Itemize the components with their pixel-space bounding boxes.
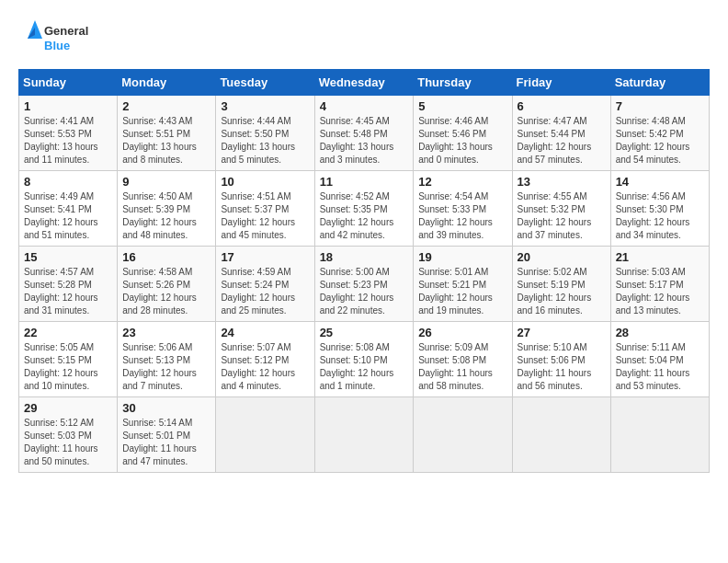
day-header-sunday: Sunday xyxy=(19,70,118,96)
calendar-cell: 30Sunrise: 5:14 AM Sunset: 5:01 PM Dayli… xyxy=(118,397,216,473)
day-details: Sunrise: 4:49 AM Sunset: 5:41 PM Dayligh… xyxy=(24,190,112,242)
day-header-monday: Monday xyxy=(118,70,216,96)
calendar-cell: 6Sunrise: 4:47 AM Sunset: 5:44 PM Daylig… xyxy=(512,96,610,171)
day-number: 17 xyxy=(221,250,309,264)
day-header-thursday: Thursday xyxy=(414,70,512,96)
day-details: Sunrise: 4:51 AM Sunset: 5:37 PM Dayligh… xyxy=(221,190,309,242)
day-details: Sunrise: 4:44 AM Sunset: 5:50 PM Dayligh… xyxy=(221,115,309,167)
day-number: 2 xyxy=(122,99,210,113)
day-details: Sunrise: 4:48 AM Sunset: 5:42 PM Dayligh… xyxy=(616,115,704,167)
page-header: General Blue xyxy=(18,18,710,60)
day-header-friday: Friday xyxy=(512,70,610,96)
day-details: Sunrise: 5:12 AM Sunset: 5:03 PM Dayligh… xyxy=(24,417,112,468)
calendar-cell: 28Sunrise: 5:11 AM Sunset: 5:04 PM Dayli… xyxy=(610,322,709,397)
calendar-cell: 13Sunrise: 4:55 AM Sunset: 5:32 PM Dayli… xyxy=(512,171,610,247)
day-details: Sunrise: 5:02 AM Sunset: 5:19 PM Dayligh… xyxy=(518,266,606,317)
day-details: Sunrise: 5:08 AM Sunset: 5:10 PM Dayligh… xyxy=(320,341,409,393)
day-number: 20 xyxy=(518,250,606,264)
day-details: Sunrise: 5:11 AM Sunset: 5:04 PM Dayligh… xyxy=(616,341,704,393)
day-header-tuesday: Tuesday xyxy=(216,70,314,96)
calendar-cell: 1Sunrise: 4:41 AM Sunset: 5:53 PM Daylig… xyxy=(19,96,118,171)
day-details: Sunrise: 5:07 AM Sunset: 5:12 PM Dayligh… xyxy=(221,341,309,393)
day-details: Sunrise: 4:46 AM Sunset: 5:46 PM Dayligh… xyxy=(418,115,506,167)
day-details: Sunrise: 5:03 AM Sunset: 5:17 PM Dayligh… xyxy=(616,266,704,317)
calendar-week-2: 8Sunrise: 4:49 AM Sunset: 5:41 PM Daylig… xyxy=(19,171,710,247)
calendar-cell: 26Sunrise: 5:09 AM Sunset: 5:08 PM Dayli… xyxy=(414,322,512,397)
day-number: 22 xyxy=(24,326,112,339)
calendar-cell: 9Sunrise: 4:50 AM Sunset: 5:39 PM Daylig… xyxy=(118,171,216,247)
calendar-cell: 3Sunrise: 4:44 AM Sunset: 5:50 PM Daylig… xyxy=(216,96,314,171)
day-number: 13 xyxy=(518,175,606,189)
day-details: Sunrise: 4:41 AM Sunset: 5:53 PM Dayligh… xyxy=(24,115,112,167)
day-number: 6 xyxy=(518,99,606,113)
day-number: 23 xyxy=(122,326,210,339)
day-number: 8 xyxy=(24,175,112,189)
calendar-cell: 18Sunrise: 5:00 AM Sunset: 5:23 PM Dayli… xyxy=(314,247,414,322)
day-number: 30 xyxy=(122,401,210,415)
day-details: Sunrise: 4:54 AM Sunset: 5:33 PM Dayligh… xyxy=(418,190,506,242)
calendar-week-4: 22Sunrise: 5:05 AM Sunset: 5:15 PM Dayli… xyxy=(19,322,710,397)
calendar-cell: 27Sunrise: 5:10 AM Sunset: 5:06 PM Dayli… xyxy=(512,322,610,397)
day-number: 26 xyxy=(418,326,506,339)
svg-text:General: General xyxy=(44,24,88,38)
calendar-cell: 8Sunrise: 4:49 AM Sunset: 5:41 PM Daylig… xyxy=(19,171,118,247)
day-number: 21 xyxy=(616,250,704,264)
day-details: Sunrise: 5:01 AM Sunset: 5:21 PM Dayligh… xyxy=(418,266,506,317)
day-details: Sunrise: 4:55 AM Sunset: 5:32 PM Dayligh… xyxy=(518,190,606,242)
calendar-cell: 7Sunrise: 4:48 AM Sunset: 5:42 PM Daylig… xyxy=(610,96,709,171)
day-number: 1 xyxy=(24,99,112,113)
day-number: 3 xyxy=(221,99,309,113)
calendar-cell: 29Sunrise: 5:12 AM Sunset: 5:03 PM Dayli… xyxy=(19,397,118,473)
day-details: Sunrise: 5:05 AM Sunset: 5:15 PM Dayligh… xyxy=(24,341,112,393)
day-number: 7 xyxy=(616,99,704,113)
calendar-cell: 14Sunrise: 4:56 AM Sunset: 5:30 PM Dayli… xyxy=(610,171,709,247)
calendar-cell xyxy=(216,397,314,473)
day-number: 14 xyxy=(616,175,704,189)
day-number: 28 xyxy=(616,326,704,339)
day-header-saturday: Saturday xyxy=(610,70,709,96)
day-number: 24 xyxy=(221,326,309,339)
day-details: Sunrise: 5:10 AM Sunset: 5:06 PM Dayligh… xyxy=(518,341,606,393)
calendar-cell xyxy=(314,397,414,473)
calendar-cell: 16Sunrise: 4:58 AM Sunset: 5:26 PM Dayli… xyxy=(118,247,216,322)
svg-text:Blue: Blue xyxy=(44,39,70,52)
day-details: Sunrise: 4:59 AM Sunset: 5:24 PM Dayligh… xyxy=(221,266,309,317)
calendar-cell: 25Sunrise: 5:08 AM Sunset: 5:10 PM Dayli… xyxy=(314,322,414,397)
day-details: Sunrise: 4:47 AM Sunset: 5:44 PM Dayligh… xyxy=(518,115,606,167)
day-number: 19 xyxy=(418,250,506,264)
calendar-cell: 2Sunrise: 4:43 AM Sunset: 5:51 PM Daylig… xyxy=(118,96,216,171)
calendar-cell xyxy=(610,397,709,473)
logo-svg: General Blue xyxy=(18,18,101,60)
day-details: Sunrise: 4:50 AM Sunset: 5:39 PM Dayligh… xyxy=(122,190,210,242)
day-number: 27 xyxy=(518,326,606,339)
day-details: Sunrise: 4:52 AM Sunset: 5:35 PM Dayligh… xyxy=(320,190,409,242)
day-details: Sunrise: 5:14 AM Sunset: 5:01 PM Dayligh… xyxy=(122,417,210,468)
logo: General Blue xyxy=(18,18,101,60)
day-details: Sunrise: 5:09 AM Sunset: 5:08 PM Dayligh… xyxy=(418,341,506,393)
day-details: Sunrise: 4:57 AM Sunset: 5:28 PM Dayligh… xyxy=(24,266,112,317)
day-details: Sunrise: 5:06 AM Sunset: 5:13 PM Dayligh… xyxy=(122,341,210,393)
day-number: 18 xyxy=(320,250,409,264)
calendar-week-1: 1Sunrise: 4:41 AM Sunset: 5:53 PM Daylig… xyxy=(19,96,710,171)
day-details: Sunrise: 4:58 AM Sunset: 5:26 PM Dayligh… xyxy=(122,266,210,317)
calendar-table: SundayMondayTuesdayWednesdayThursdayFrid… xyxy=(18,69,710,473)
calendar-cell: 20Sunrise: 5:02 AM Sunset: 5:19 PM Dayli… xyxy=(512,247,610,322)
calendar-cell: 23Sunrise: 5:06 AM Sunset: 5:13 PM Dayli… xyxy=(118,322,216,397)
day-details: Sunrise: 4:45 AM Sunset: 5:48 PM Dayligh… xyxy=(320,115,409,167)
calendar-cell: 5Sunrise: 4:46 AM Sunset: 5:46 PM Daylig… xyxy=(414,96,512,171)
calendar-cell: 21Sunrise: 5:03 AM Sunset: 5:17 PM Dayli… xyxy=(610,247,709,322)
day-details: Sunrise: 5:00 AM Sunset: 5:23 PM Dayligh… xyxy=(320,266,409,317)
day-number: 10 xyxy=(221,175,309,189)
calendar-cell: 4Sunrise: 4:45 AM Sunset: 5:48 PM Daylig… xyxy=(314,96,414,171)
calendar-cell: 19Sunrise: 5:01 AM Sunset: 5:21 PM Dayli… xyxy=(414,247,512,322)
day-details: Sunrise: 4:43 AM Sunset: 5:51 PM Dayligh… xyxy=(122,115,210,167)
day-number: 12 xyxy=(418,175,506,189)
calendar-cell: 24Sunrise: 5:07 AM Sunset: 5:12 PM Dayli… xyxy=(216,322,314,397)
calendar-cell: 22Sunrise: 5:05 AM Sunset: 5:15 PM Dayli… xyxy=(19,322,118,397)
calendar-week-3: 15Sunrise: 4:57 AM Sunset: 5:28 PM Dayli… xyxy=(19,247,710,322)
day-header-wednesday: Wednesday xyxy=(314,70,414,96)
calendar-cell xyxy=(414,397,512,473)
day-number: 9 xyxy=(122,175,210,189)
calendar-cell: 15Sunrise: 4:57 AM Sunset: 5:28 PM Dayli… xyxy=(19,247,118,322)
day-number: 29 xyxy=(24,401,112,415)
